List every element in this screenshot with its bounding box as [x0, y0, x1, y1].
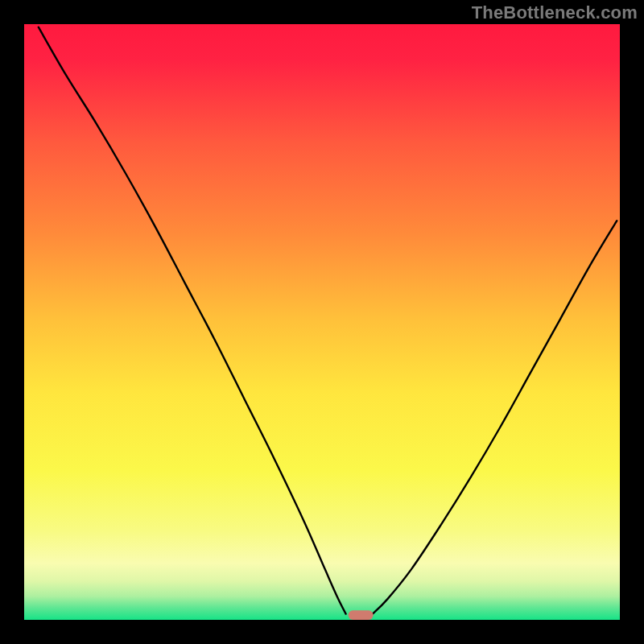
optimal-marker	[349, 610, 374, 620]
chart-canvas	[0, 0, 644, 644]
bottleneck-chart: TheBottleneck.com	[0, 0, 644, 644]
gradient-background	[24, 24, 620, 620]
watermark-text: TheBottleneck.com	[472, 2, 638, 23]
